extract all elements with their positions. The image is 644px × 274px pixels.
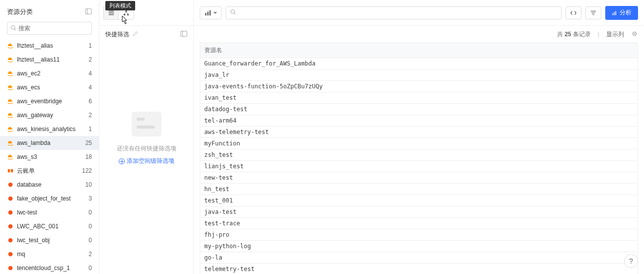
analyze-icon: [612, 10, 618, 16]
resource-type-icon: [7, 195, 14, 202]
svg-rect-0: [85, 8, 91, 14]
svg-point-8: [8, 210, 13, 215]
main-panel: 分析 共 25 条记录 | 显示列 资源名 Guance_forwarder_f…: [194, 0, 644, 274]
sidebar-collapse-icon[interactable]: [85, 8, 92, 16]
main-search-input[interactable]: [236, 9, 557, 16]
code-button[interactable]: [565, 6, 581, 19]
table-row[interactable]: zsh_test: [200, 149, 638, 161]
table-row[interactable]: myFunction: [200, 138, 638, 149]
sidebar-item-label: aws_ecs: [17, 84, 86, 91]
sidebar-item[interactable]: aws_eventbridge6: [0, 94, 99, 108]
record-count: 共 25 条记录: [557, 30, 591, 39]
sidebar-item[interactable]: aws_lambda25: [0, 136, 99, 150]
sidebar-search-input[interactable]: [18, 25, 88, 32]
resource-name-cell: datadog-test: [200, 104, 638, 115]
svg-point-18: [127, 13, 129, 15]
sidebar-item-label: fake_object_for_test: [17, 195, 86, 202]
sidebar-item-label: LWC_ABC_001: [17, 223, 86, 230]
sidebar-item-label: 云账单: [17, 167, 80, 175]
gear-icon: [631, 30, 638, 37]
table-row[interactable]: lianjs_test: [200, 161, 638, 172]
analyze-label: 分析: [620, 8, 632, 17]
resource-name-cell: tel-arm64: [200, 115, 638, 127]
sidebar-item-count: 1: [88, 42, 92, 49]
resource-type-icon: [7, 42, 14, 49]
svg-rect-33: [616, 11, 617, 15]
table-row[interactable]: test-trace: [200, 218, 638, 229]
help-button[interactable]: ?: [624, 254, 638, 268]
column-settings-button[interactable]: [631, 30, 638, 39]
table-row[interactable]: java-events-function-5oZpCBu7zUQy: [200, 81, 638, 92]
sidebar-item-label: aws_s3: [17, 153, 83, 160]
resource-type-icon: [7, 84, 14, 91]
sidebar-search[interactable]: [7, 22, 92, 35]
sidebar-item[interactable]: database10: [0, 178, 99, 192]
sidebar-item[interactable]: mq2: [0, 247, 99, 261]
table-row[interactable]: tel-arm64: [200, 115, 638, 127]
sidebar-item[interactable]: aws_ec24: [0, 67, 99, 80]
search-icon: [10, 25, 16, 32]
table-row[interactable]: java_lr: [200, 69, 638, 81]
sidebar-item-count: 2: [88, 56, 92, 63]
sidebar-item-count: 0: [88, 265, 92, 272]
sidebar-item-label: aws_lambda: [17, 139, 83, 146]
filter-collapse-icon[interactable]: [180, 30, 187, 39]
table-row[interactable]: test_001: [200, 195, 638, 206]
table-row[interactable]: new-test: [200, 172, 638, 184]
sidebar-item[interactable]: aws_kinesis_analytics1: [0, 122, 99, 136]
table-row[interactable]: ivan_test: [200, 92, 638, 104]
table-row[interactable]: fhj-pro: [200, 229, 638, 241]
chart-type-dropdown[interactable]: [200, 6, 222, 19]
analyze-button[interactable]: 分析: [605, 6, 638, 20]
chart-icon: [204, 9, 211, 16]
sidebar-item[interactable]: lhztest__alias112: [0, 53, 99, 67]
sidebar-item[interactable]: 云账单122: [0, 164, 99, 178]
sidebar-item[interactable]: fake_object_for_test3: [0, 192, 99, 206]
table-row[interactable]: telemetry-test: [200, 264, 638, 274]
sidebar-item[interactable]: LWC_ABC_0010: [0, 219, 99, 233]
resource-name-cell: aws-telemetry-test: [200, 127, 638, 138]
settings-filter-button[interactable]: [585, 6, 601, 19]
filter-edit-icon[interactable]: [133, 31, 138, 38]
empty-filter-illustration: [132, 112, 161, 137]
sidebar-item[interactable]: tencentcloud_csp_10: [0, 261, 99, 274]
sidebar-item[interactable]: lwc-test0: [0, 206, 99, 219]
sidebar-item-count: 0: [88, 209, 92, 216]
table-row[interactable]: Guance_forwarder_for_AWS_Lambda: [200, 58, 638, 69]
table-row[interactable]: datadog-test: [200, 104, 638, 115]
table-row[interactable]: aws-telemetry-test: [200, 127, 638, 138]
resource-name-cell: go-la: [200, 252, 638, 264]
main-search[interactable]: [226, 6, 562, 19]
sidebar-item-count: 3: [88, 195, 92, 202]
table-row[interactable]: hn_test: [200, 184, 638, 195]
sidebar: 资源分类 lhztest__alias1lhztest__alias112aws…: [0, 0, 99, 274]
add-filter-link[interactable]: 添加空间级筛选项: [119, 157, 174, 165]
show-columns-button[interactable]: 显示列: [606, 30, 624, 39]
resource-name-cell: java-events-function-5oZpCBu7zUQy: [200, 81, 638, 92]
resource-type-icon: [7, 223, 14, 230]
sidebar-item-count: 4: [88, 84, 92, 91]
sidebar-item[interactable]: aws_gateway2: [0, 108, 99, 122]
table-row[interactable]: java-test: [200, 206, 638, 218]
resource-name-cell: ivan_test: [200, 92, 638, 104]
sidebar-item-count: 10: [85, 181, 92, 188]
sidebar-item-label: mq: [17, 251, 86, 258]
table-row[interactable]: go-la: [200, 252, 638, 264]
table-row[interactable]: my-python-log: [200, 241, 638, 252]
sidebar-item-count: 0: [88, 223, 92, 230]
table-header-resource-name[interactable]: 资源名: [200, 43, 638, 58]
svg-rect-21: [181, 31, 187, 36]
resource-type-icon: [7, 126, 14, 133]
resource-table: 资源名 Guance_forwarder_for_AWS_Lambdajava_…: [200, 43, 638, 274]
resource-name-cell: test-trace: [200, 218, 638, 229]
sidebar-item-count: 2: [88, 251, 92, 258]
sidebar-item-label: lhztest__alias: [17, 42, 86, 49]
resource-name-cell: lianjs_test: [200, 161, 638, 172]
resource-type-icon: [7, 237, 14, 244]
resource-name-cell: java_lr: [200, 69, 638, 81]
sidebar-item[interactable]: aws_ecs4: [0, 80, 99, 94]
sidebar-title: 资源分类: [7, 7, 33, 16]
sidebar-item[interactable]: lhztest__alias1: [0, 39, 99, 53]
sidebar-item[interactable]: aws_s318: [0, 150, 99, 164]
sidebar-item[interactable]: lwc_test_obj0: [0, 233, 99, 247]
